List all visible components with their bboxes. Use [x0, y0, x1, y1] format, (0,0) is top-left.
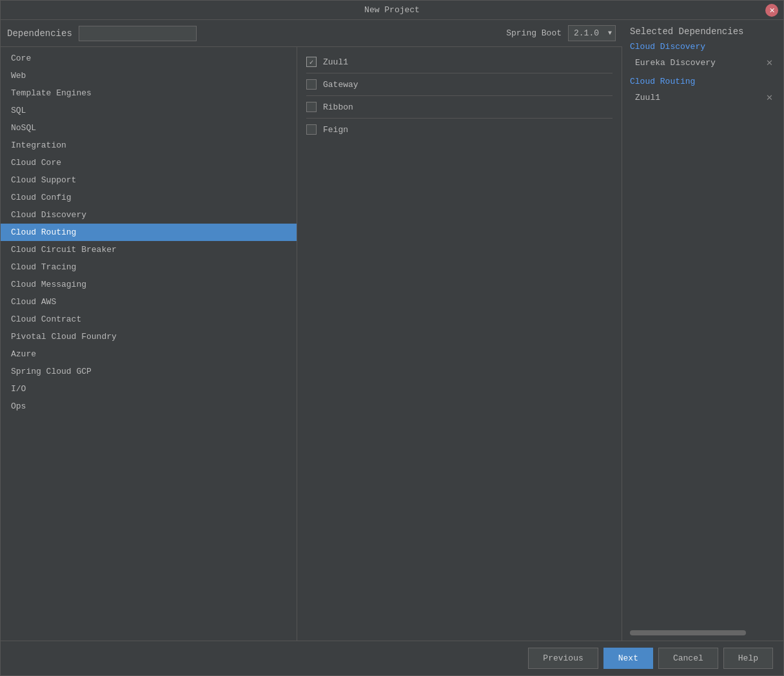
cancel-button[interactable]: Cancel	[658, 648, 718, 669]
sidebar-item-template-engines[interactable]: Template Engines	[1, 84, 297, 102]
remove-dep-button-eureka-discovery[interactable]: ✕	[763, 57, 776, 69]
sidebar-item-cloud-messaging[interactable]: Cloud Messaging	[1, 276, 297, 293]
main-content: Dependencies 🔍 Spring Boot 2.1.0 2.0.0 1…	[1, 20, 783, 641]
divider	[306, 95, 612, 96]
selected-group-title-cloud-routing-group: Cloud Routing	[630, 77, 776, 86]
sidebar-item-nosql[interactable]: NoSQL	[1, 119, 297, 137]
selected-dependencies-panel: Selected Dependencies Cloud DiscoveryEur…	[622, 20, 783, 641]
scrollbar-thumb[interactable]	[630, 630, 746, 635]
selected-dependencies-title: Selected Dependencies	[622, 26, 783, 42]
sidebar-item-integration[interactable]: Integration	[1, 137, 297, 154]
dep-checkbox-ribbon[interactable]	[306, 102, 317, 112]
dependency-items: Zuul1GatewayRibbonFeign	[297, 47, 622, 641]
selected-group-cloud-discovery-group: Cloud DiscoveryEureka Discovery✕	[622, 42, 783, 70]
divider	[306, 118, 612, 119]
dep-label-gateway[interactable]: Gateway	[323, 80, 358, 90]
dep-row-ribbon: Ribbon	[306, 99, 612, 115]
spring-boot-label: Spring Boot	[506, 28, 562, 38]
selected-dep-name-zuul1-selected: Zuul1	[635, 93, 660, 102]
sidebar-item-cloud-contract[interactable]: Cloud Contract	[1, 311, 297, 328]
dep-row-feign: Feign	[306, 121, 612, 138]
sidebar-item-cloud-circuit-breaker[interactable]: Cloud Circuit Breaker	[1, 241, 297, 258]
next-button[interactable]: Next	[603, 648, 653, 669]
sidebar-item-cloud-aws[interactable]: Cloud AWS	[1, 293, 297, 311]
selected-dep-item-eureka-discovery: Eureka Discovery✕	[630, 55, 776, 70]
dep-label-feign[interactable]: Feign	[323, 125, 348, 135]
sidebar-item-sql[interactable]: SQL	[1, 102, 297, 119]
close-button[interactable]: ✕	[765, 4, 778, 17]
sidebar-item-azure[interactable]: Azure	[1, 345, 297, 363]
selected-dep-item-zuul1-selected: Zuul1✕	[630, 90, 776, 105]
dep-label-zuul[interactable]: Zuul1	[323, 57, 348, 67]
sidebar-item-io[interactable]: I/O	[1, 380, 297, 398]
categories-list: CoreWebTemplate EnginesSQLNoSQLIntegrati…	[1, 47, 297, 641]
dialog-title: New Project	[364, 5, 420, 15]
top-header: Dependencies 🔍 Spring Boot 2.1.0 2.0.0 1…	[1, 20, 622, 47]
title-bar: New Project ✕	[1, 1, 783, 20]
dep-row-gateway: Gateway	[306, 76, 612, 93]
dependencies-label: Dependencies	[7, 28, 72, 39]
sidebar-item-cloud-config[interactable]: Cloud Config	[1, 189, 297, 206]
previous-button[interactable]: Previous	[528, 648, 598, 669]
bottom-bar: Previous Next Cancel Help	[1, 641, 783, 675]
sidebar-item-cloud-routing[interactable]: Cloud Routing	[1, 224, 297, 241]
help-button[interactable]: Help	[723, 648, 773, 669]
selected-group-cloud-routing-group: Cloud RoutingZuul1✕	[622, 77, 783, 105]
dep-row-zuul: Zuul1	[306, 53, 612, 70]
selected-groups: Cloud DiscoveryEureka Discovery✕Cloud Ro…	[622, 42, 783, 111]
dep-checkbox-zuul[interactable]	[306, 57, 317, 67]
selected-dep-name-eureka-discovery: Eureka Discovery	[635, 58, 716, 68]
sidebar-item-cloud-core[interactable]: Cloud Core	[1, 154, 297, 171]
sidebar-item-spring-cloud-gcp[interactable]: Spring Cloud GCP	[1, 363, 297, 380]
dep-label-ribbon[interactable]: Ribbon	[323, 102, 353, 112]
dep-checkbox-feign[interactable]	[306, 124, 317, 135]
selected-group-title-cloud-discovery-group: Cloud Discovery	[630, 42, 776, 52]
sidebar-item-cloud-support[interactable]: Cloud Support	[1, 171, 297, 189]
remove-dep-button-zuul1-selected[interactable]: ✕	[763, 92, 776, 104]
new-project-dialog: New Project ✕ Dependencies 🔍 Spring Boot…	[0, 0, 784, 676]
categories-panel: CoreWebTemplate EnginesSQLNoSQLIntegrati…	[1, 47, 297, 641]
sidebar-item-cloud-tracing[interactable]: Cloud Tracing	[1, 258, 297, 276]
dep-checkbox-gateway[interactable]	[306, 79, 317, 90]
sidebar-item-core[interactable]: Core	[1, 50, 297, 67]
search-wrapper: 🔍	[79, 26, 500, 41]
version-wrapper: 2.1.0 2.0.0 1.5.0 ▼	[568, 25, 616, 41]
sidebar-item-pivotal-cloud-foundry[interactable]: Pivotal Cloud Foundry	[1, 328, 297, 345]
dependencies-panel: Zuul1GatewayRibbonFeign	[297, 47, 622, 641]
sidebar-item-cloud-discovery[interactable]: Cloud Discovery	[1, 206, 297, 224]
panels-row: CoreWebTemplate EnginesSQLNoSQLIntegrati…	[1, 47, 622, 641]
divider	[306, 73, 612, 73]
left-middle-wrapper: Dependencies 🔍 Spring Boot 2.1.0 2.0.0 1…	[1, 20, 622, 641]
search-input[interactable]	[79, 26, 197, 41]
sidebar-item-web[interactable]: Web	[1, 67, 297, 84]
sidebar-item-ops[interactable]: Ops	[1, 398, 297, 415]
spring-boot-version-select[interactable]: 2.1.0 2.0.0 1.5.0	[568, 25, 616, 41]
